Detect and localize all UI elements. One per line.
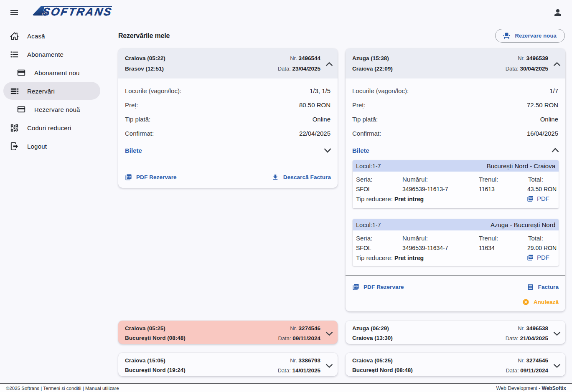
svg-text:SOFTRANS: SOFTRANS: [41, 6, 113, 17]
